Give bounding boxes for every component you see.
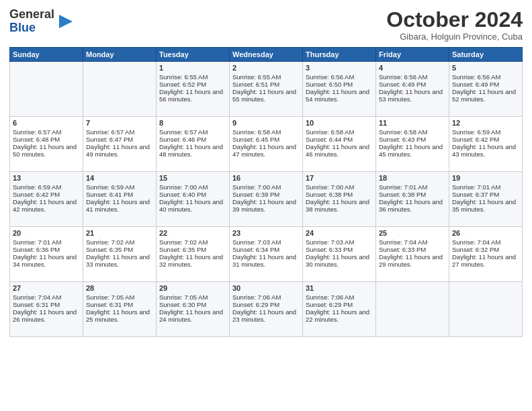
day-number: 22 [159,229,226,237]
calendar-cell: 26Sunrise: 7:04 AMSunset: 6:32 PMDayligh… [449,227,523,282]
day-number: 28 [86,284,153,292]
day-info: Sunset: 6:36 PM [13,246,80,253]
day-info: Sunset: 6:37 PM [452,191,519,198]
day-info: Sunrise: 7:06 AM [306,293,373,301]
calendar-cell: 29Sunrise: 7:05 AMSunset: 6:30 PMDayligh… [157,282,230,337]
calendar-cell: 21Sunrise: 7:02 AMSunset: 6:35 PMDayligh… [83,227,157,282]
calendar-cell: 23Sunrise: 7:03 AMSunset: 6:34 PMDayligh… [230,227,303,282]
day-info: Sunset: 6:29 PM [232,301,300,308]
calendar-body: 1Sunrise: 6:55 AMSunset: 6:52 PMDaylight… [10,62,523,337]
calendar-cell: 30Sunrise: 7:06 AMSunset: 6:29 PMDayligh… [230,282,303,337]
day-number: 9 [232,119,300,127]
calendar-cell: 10Sunrise: 6:58 AMSunset: 6:44 PMDayligh… [303,117,376,172]
day-info: Sunrise: 6:58 AM [306,128,373,136]
calendar-cell [449,282,523,337]
day-info: Daylight: 11 hours and 30 minutes. [306,253,373,268]
day-number: 8 [159,119,226,127]
day-number: 14 [86,174,153,182]
day-number: 3 [306,64,373,72]
day-info: Sunrise: 7:05 AM [159,293,226,301]
day-info: Daylight: 11 hours and 53 minutes. [379,88,446,103]
day-info: Sunrise: 7:02 AM [86,238,153,246]
day-info: Sunrise: 6:55 AM [232,73,300,81]
svg-marker-0 [59,15,73,28]
day-info: Sunrise: 7:01 AM [452,183,519,191]
calendar-cell: 6Sunrise: 6:57 AMSunset: 6:48 PMDaylight… [10,117,83,172]
day-info: Daylight: 11 hours and 49 minutes. [86,143,153,158]
day-info: Sunrise: 7:00 AM [306,183,373,191]
day-info: Daylight: 11 hours and 36 minutes. [379,198,446,213]
calendar-cell: 9Sunrise: 6:58 AMSunset: 6:45 PMDaylight… [230,117,303,172]
day-info: Sunset: 6:33 PM [379,246,446,253]
day-info: Daylight: 11 hours and 32 minutes. [159,253,226,268]
day-info: Sunrise: 6:59 AM [13,183,80,191]
day-info: Sunset: 6:51 PM [232,81,300,88]
day-info: Daylight: 11 hours and 56 minutes. [159,88,226,103]
day-info: Sunset: 6:41 PM [86,191,153,198]
day-number: 12 [452,119,519,127]
day-info: Sunrise: 7:03 AM [232,238,300,246]
day-info: Daylight: 11 hours and 54 minutes. [306,88,373,103]
calendar-cell: 25Sunrise: 7:04 AMSunset: 6:33 PMDayligh… [376,227,449,282]
day-info: Sunrise: 6:57 AM [159,128,226,136]
weekday-header-saturday: Saturday [449,48,523,62]
day-info: Sunset: 6:52 PM [159,81,226,88]
day-info: Sunset: 6:47 PM [86,136,153,143]
day-info: Daylight: 11 hours and 40 minutes. [159,198,226,213]
day-info: Daylight: 11 hours and 31 minutes. [232,253,300,268]
weekday-header-monday: Monday [83,48,157,62]
day-info: Sunset: 6:49 PM [379,81,446,88]
day-number: 11 [379,119,446,127]
day-number: 2 [232,64,300,72]
day-info: Sunrise: 7:00 AM [232,183,300,191]
logo: General Blue [9,8,75,35]
weekday-header-wednesday: Wednesday [230,48,303,62]
day-info: Sunrise: 6:59 AM [452,128,519,136]
calendar-cell: 28Sunrise: 7:05 AMSunset: 6:31 PMDayligh… [83,282,157,337]
day-info: Sunset: 6:31 PM [13,301,80,308]
day-info: Daylight: 11 hours and 22 minutes. [306,308,373,323]
day-info: Sunset: 6:44 PM [306,136,373,143]
day-info: Sunset: 6:29 PM [306,301,373,308]
day-number: 13 [13,174,80,182]
day-number: 17 [306,174,373,182]
day-info: Daylight: 11 hours and 23 minutes. [232,308,300,323]
day-number: 1 [159,64,226,72]
day-info: Sunset: 6:33 PM [306,246,373,253]
day-info: Sunrise: 7:04 AM [379,238,446,246]
day-info: Sunset: 6:40 PM [159,191,226,198]
day-info: Daylight: 11 hours and 42 minutes. [13,198,80,213]
location: Gibara, Holguin Province, Cuba [386,32,523,42]
logo-general: General [9,8,54,21]
day-info: Sunset: 6:42 PM [13,191,80,198]
day-number: 26 [452,229,519,237]
calendar-cell: 5Sunrise: 6:56 AMSunset: 6:49 PMDaylight… [449,62,523,117]
day-info: Daylight: 11 hours and 25 minutes. [86,308,153,323]
calendar-cell: 3Sunrise: 6:56 AMSunset: 6:50 PMDaylight… [303,62,376,117]
day-info: Daylight: 11 hours and 43 minutes. [452,143,519,158]
day-info: Sunrise: 7:06 AM [232,293,300,301]
day-info: Sunrise: 7:04 AM [452,238,519,246]
calendar-cell: 14Sunrise: 6:59 AMSunset: 6:41 PMDayligh… [83,172,157,227]
day-info: Daylight: 11 hours and 39 minutes. [232,198,300,213]
calendar-cell: 20Sunrise: 7:01 AMSunset: 6:36 PMDayligh… [10,227,83,282]
weekday-header-thursday: Thursday [303,48,376,62]
day-info: Sunrise: 7:00 AM [159,183,226,191]
day-number: 25 [379,229,446,237]
day-number: 18 [379,174,446,182]
day-number: 15 [159,174,226,182]
weekday-header-tuesday: Tuesday [157,48,230,62]
day-info: Sunrise: 6:57 AM [13,128,80,136]
logo-icon [56,12,75,31]
week-row-2: 6Sunrise: 6:57 AMSunset: 6:48 PMDaylight… [10,117,523,172]
day-number: 20 [13,229,80,237]
day-info: Daylight: 11 hours and 50 minutes. [13,143,80,158]
day-info: Sunrise: 7:02 AM [159,238,226,246]
day-info: Sunset: 6:49 PM [452,81,519,88]
month-title: October 2024 [386,8,523,32]
day-info: Sunset: 6:34 PM [232,246,300,253]
calendar-cell: 7Sunrise: 6:57 AMSunset: 6:47 PMDaylight… [83,117,157,172]
day-info: Daylight: 11 hours and 41 minutes. [86,198,153,213]
calendar-cell: 17Sunrise: 7:00 AMSunset: 6:38 PMDayligh… [303,172,376,227]
day-info: Daylight: 11 hours and 46 minutes. [306,143,373,158]
